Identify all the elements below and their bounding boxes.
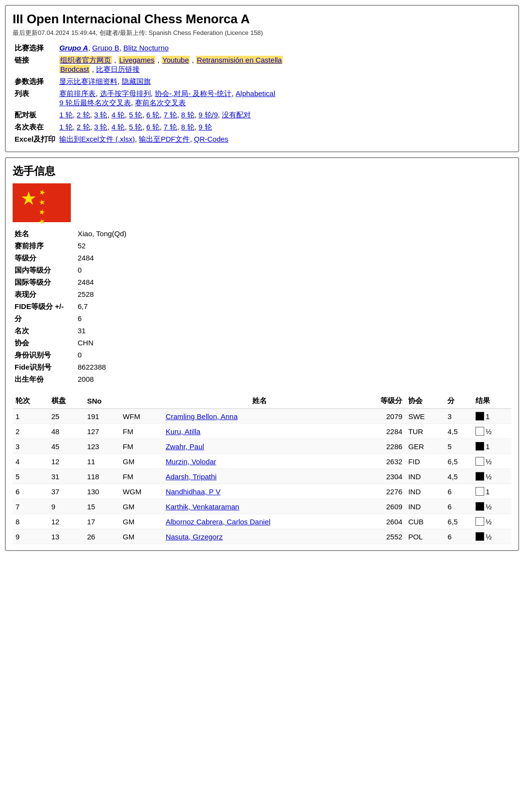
no-pairing-link[interactable]: 没有配对 <box>222 111 251 119</box>
label-fide-id: Fide识别号 <box>13 361 76 374</box>
cell-name[interactable]: Zwahr, Paul <box>163 439 357 454</box>
crosstable-pre-link[interactable]: 赛前名次交叉表 <box>135 98 186 107</box>
round8-link[interactable]: 8 轮 <box>181 111 195 119</box>
cell-assoc: IND <box>405 469 444 484</box>
cell-title: GM <box>120 514 163 529</box>
cell-round: 9 <box>13 529 49 544</box>
qr-link[interactable]: QR-Codes <box>194 135 229 143</box>
stand-r9-link[interactable]: 9 轮 <box>198 123 212 131</box>
value-name: Xiao, Tong(Qd) <box>76 228 511 240</box>
cell-result: 1 <box>473 484 511 499</box>
stand-r5-link[interactable]: 5 轮 <box>129 123 143 131</box>
player-name-link[interactable]: Nasuta, Grzegorz <box>165 533 223 541</box>
player-name-link[interactable]: Kuru, Atilla <box>165 427 200 436</box>
cell-title: FM <box>120 469 163 484</box>
brodcast-link[interactable]: Brodcast <box>59 65 90 73</box>
stand-r4-link[interactable]: 4 轮 <box>112 123 125 131</box>
player-field-prerank: 赛前排序 52 <box>13 240 511 252</box>
round5-link[interactable]: 5 轮 <box>129 111 143 119</box>
cell-name[interactable]: Murzin, Volodar <box>163 454 357 469</box>
cell-sno: 17 <box>84 514 120 529</box>
player-name-link[interactable]: Zwahr, Paul <box>165 442 204 451</box>
cell-name[interactable]: Nandhidhaa, P V <box>163 484 357 499</box>
cell-name[interactable]: Cramling Bellon, Anna <box>163 409 357 424</box>
value-fide-id: 8622388 <box>76 361 511 374</box>
round9-link[interactable]: 9 轮/9 <box>198 111 218 119</box>
presort-link[interactable]: 赛前排序表 <box>59 89 96 97</box>
label-name: 姓名 <box>13 228 76 240</box>
player-field-rating: 等级分 2484 <box>13 252 511 264</box>
grupo-a-link[interactable]: Grupo A <box>59 44 88 52</box>
player-field-fide-id: Fide识别号 8622388 <box>13 361 511 374</box>
alpha-link[interactable]: 选手按字母排列 <box>100 89 151 97</box>
hide-flag-link[interactable]: 隐藏国旗 <box>122 77 151 85</box>
table-row: 9 13 26 GM Nasuta, Grzegorz 2552 POL 6 ½ <box>13 529 511 544</box>
value-links: 组织者官方网页 , Livegames , Youtube , Retransm… <box>57 54 511 76</box>
info-row-pairings: 配对板 1 轮, 2 轮, 3 轮, 4 轮, 5 轮, 6 轮, 7 轮, 8… <box>13 109 511 121</box>
cell-score: 3 <box>444 409 473 424</box>
label-links: 链接 <box>13 54 57 76</box>
retransmision-link[interactable]: Retransmisión en Castella <box>196 56 283 64</box>
cell-result: ½ <box>473 454 511 469</box>
grupo-b-link[interactable]: Grupo B <box>92 44 119 52</box>
value-id: 0 <box>76 349 511 361</box>
excel-link[interactable]: 输出到Excel文件 (.xlsx) <box>59 135 135 143</box>
cell-result: ½ <box>473 424 511 439</box>
value-fide-change: 6,7 <box>76 301 511 313</box>
table-row: 5 31 118 FM Adarsh, Tripathi 2304 IND 4,… <box>13 469 511 484</box>
cell-sno: 11 <box>84 454 120 469</box>
player-name-link[interactable]: Murzin, Volodar <box>165 457 216 466</box>
livegames-link[interactable]: Livegames <box>118 56 156 64</box>
blitz-link[interactable]: Blitz Nocturno <box>123 44 168 52</box>
label-federation: 协会 <box>13 337 76 349</box>
player-section-title: 选手信息 <box>13 164 511 179</box>
player-name-link[interactable]: Albornoz Cabrera, Carlos Daniel <box>165 518 270 526</box>
tournament-subtitle: 最后更新07.04.2024 15:49:44, 创建者/最新上传: Spani… <box>13 29 511 37</box>
round4-link[interactable]: 4 轮 <box>112 111 125 119</box>
cell-board: 13 <box>49 529 84 544</box>
rounds-results-table: 轮次 棋盘 SNo 姓名 等级分 协会 分 结果 1 25 191 WFM Cr… <box>13 393 511 544</box>
stand-r7-link[interactable]: 7 轮 <box>164 123 177 131</box>
label-pairings: 配对板 <box>13 109 57 121</box>
value-intl-rating: 2484 <box>76 276 511 289</box>
official-site-link[interactable]: 组织者官方网页 <box>59 56 112 64</box>
cell-assoc: GER <box>405 439 444 454</box>
stats-link[interactable]: 协会-,对局- 及称号-统计 <box>155 89 231 97</box>
cell-score: 6,5 <box>444 454 473 469</box>
stand-r8-link[interactable]: 8 轮 <box>181 123 195 131</box>
label-fide-change: FIDE等级分 +/- <box>13 301 76 313</box>
alphabetical-link[interactable]: Alphabetical <box>236 89 276 97</box>
info-row-competition: 比赛选择 Grupo A, Grupo B, Blitz Nocturno <box>13 42 511 54</box>
round7-link[interactable]: 7 轮 <box>164 111 177 119</box>
round6-link[interactable]: 6 轮 <box>147 111 160 119</box>
player-name-link[interactable]: Cramling Bellon, Anna <box>165 412 237 421</box>
crosstable-final-link[interactable]: 9 轮后最终名次交叉表 <box>59 98 131 107</box>
cell-name[interactable]: Nasuta, Grzegorz <box>163 529 357 544</box>
cell-sno: 127 <box>84 424 120 439</box>
player-field-rank: 名次 31 <box>13 325 511 337</box>
cell-board: 37 <box>49 484 84 499</box>
label-list: 列表 <box>13 88 57 109</box>
player-field-performance: 表现分 2528 <box>13 289 511 301</box>
cell-name[interactable]: Kuru, Atilla <box>163 424 357 439</box>
round2-link[interactable]: 2 轮 <box>77 111 90 119</box>
cell-sno: 130 <box>84 484 120 499</box>
cell-rating: 2079 <box>357 409 405 424</box>
pdf-link[interactable]: 输出至PDF文件 <box>139 135 190 143</box>
player-name-link[interactable]: Karthik, Venkataraman <box>165 503 239 511</box>
player-name-link[interactable]: Adarsh, Tripathi <box>165 472 216 481</box>
cell-name[interactable]: Albornoz Cabrera, Carlos Daniel <box>163 514 357 529</box>
youtube-link[interactable]: Youtube <box>162 56 190 64</box>
round1-link[interactable]: 1 轮 <box>59 111 73 119</box>
info-row-list: 列表 赛前排序表, 选手按字母排列, 协会-,对局- 及称号-统计, Alpha… <box>13 88 511 109</box>
player-name-link[interactable]: Nandhidhaa, P V <box>165 487 220 496</box>
stand-r3-link[interactable]: 3 轮 <box>94 123 108 131</box>
stand-r1-link[interactable]: 1 轮 <box>59 123 73 131</box>
cell-name[interactable]: Karthik, Venkataraman <box>163 499 357 514</box>
cell-name[interactable]: Adarsh, Tripathi <box>163 469 357 484</box>
stand-r2-link[interactable]: 2 轮 <box>77 123 90 131</box>
round3-link[interactable]: 3 轮 <box>94 111 108 119</box>
show-details-link[interactable]: 显示比赛详细资料 <box>59 77 117 85</box>
stand-r6-link[interactable]: 6 轮 <box>147 123 160 131</box>
calendar-link[interactable]: 比赛日历链接 <box>96 65 140 73</box>
